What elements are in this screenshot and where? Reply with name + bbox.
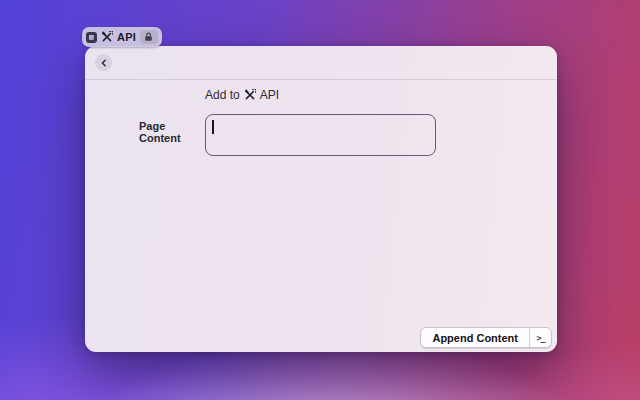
page-title-prefix: Add to	[205, 88, 240, 102]
shortcut-tab[interactable]: API	[82, 27, 162, 47]
chevron-left-icon	[98, 57, 110, 69]
append-content-button[interactable]: Append Content	[421, 328, 529, 347]
desktop-wallpaper: API Add to	[0, 0, 640, 400]
hammer-wrench-icon	[101, 31, 113, 43]
page-title: Add to API	[205, 88, 279, 102]
append-content-control: Append Content >_	[420, 327, 552, 348]
shortcut-tab-label: API	[117, 31, 136, 43]
page-title-suffix: API	[260, 88, 279, 102]
text-caret	[212, 120, 214, 134]
back-button[interactable]	[95, 54, 112, 71]
shortcut-app-icon	[86, 32, 97, 43]
page-content-input[interactable]	[205, 114, 436, 156]
enter-key-hint-button[interactable]: >_	[530, 328, 551, 347]
hammer-wrench-icon	[244, 89, 256, 101]
shortcut-window: Add to API Page Content Append Content >…	[85, 46, 557, 352]
page-content-label: Page Content	[139, 120, 199, 144]
terminal-prompt-icon: >_	[536, 333, 544, 343]
lock-icon[interactable]	[140, 30, 158, 44]
header-divider	[85, 79, 557, 80]
window-header	[85, 46, 557, 79]
